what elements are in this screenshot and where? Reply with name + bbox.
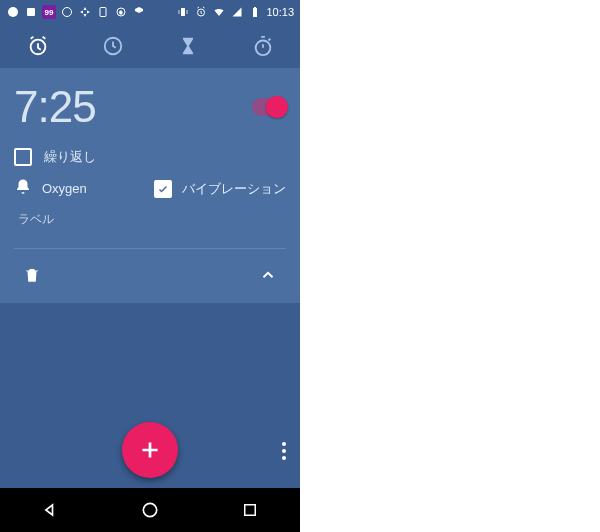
nav-recents-button[interactable] (230, 490, 270, 530)
battery-icon (248, 5, 262, 19)
status-bar: 99 e (0, 0, 300, 24)
repeat-checkbox[interactable] (14, 148, 32, 166)
overflow-menu-button[interactable] (282, 442, 286, 460)
status-time: 10:13 (266, 6, 294, 18)
delete-alarm-button[interactable] (16, 259, 48, 291)
repeat-row[interactable]: 繰り返し (14, 142, 286, 172)
svg-point-0 (8, 7, 18, 17)
alarm-icon (194, 5, 208, 19)
svg-rect-6 (181, 8, 185, 16)
notification-icon (78, 5, 92, 19)
clock-app-screen: 99 e (0, 0, 300, 532)
svg-point-13 (143, 503, 156, 516)
ringtone-row[interactable]: Oxygen (14, 178, 87, 199)
nav-home-button[interactable] (130, 490, 170, 530)
navigation-bar (0, 488, 300, 532)
nav-back-button[interactable] (30, 490, 70, 530)
alarm-time[interactable]: 7:25 (14, 82, 96, 132)
alarm-enable-toggle[interactable] (252, 98, 286, 116)
svg-rect-3 (100, 8, 106, 17)
svg-point-2 (63, 8, 72, 17)
vibrate-label: バイブレーション (182, 180, 286, 198)
bell-icon (14, 178, 32, 199)
wifi-icon (212, 5, 226, 19)
status-icons-right: 10:13 (176, 5, 294, 19)
tab-stopwatch[interactable] (243, 26, 283, 66)
alarm-list-area (0, 303, 300, 488)
repeat-label: 繰り返し (44, 148, 96, 166)
vibrate-row[interactable]: バイブレーション (154, 180, 286, 198)
alarm-label-field[interactable]: ラベル (14, 205, 286, 238)
vibrate-icon (176, 5, 190, 19)
notification-icon (24, 5, 38, 19)
vibrate-checkbox[interactable] (154, 180, 172, 198)
notification-icon: 99 (42, 5, 56, 19)
signal-icon (230, 5, 244, 19)
alarm-card-expanded: 7:25 繰り返し Oxygen バイブレーション ラベル (0, 68, 300, 303)
notification-icon (96, 5, 110, 19)
add-alarm-fab[interactable] (122, 422, 178, 478)
svg-text:e: e (120, 9, 123, 15)
svg-rect-14 (245, 505, 256, 516)
notification-icon (6, 5, 20, 19)
tab-alarm[interactable] (18, 26, 58, 66)
svg-rect-9 (254, 7, 256, 8)
label-placeholder: ラベル (18, 212, 54, 226)
tab-timer[interactable] (168, 26, 208, 66)
collapse-alarm-button[interactable] (252, 259, 284, 291)
notification-icon (132, 5, 146, 19)
ringtone-name: Oxygen (42, 181, 87, 196)
tab-bar (0, 24, 300, 68)
notification-icon (60, 5, 74, 19)
svg-rect-8 (253, 8, 257, 17)
tab-clock[interactable] (93, 26, 133, 66)
notification-icon: e (114, 5, 128, 19)
status-icons-left: 99 e (6, 5, 146, 19)
svg-rect-1 (27, 8, 35, 16)
